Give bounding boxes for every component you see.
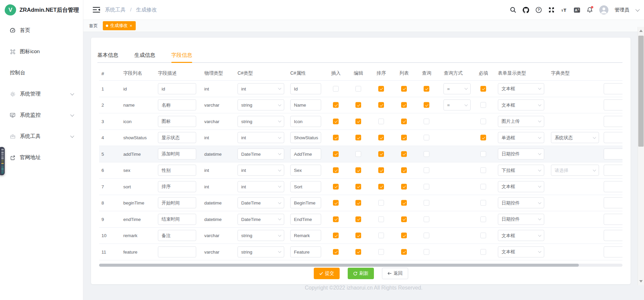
query-checkbox[interactable] [424,200,429,206]
sort-checkbox[interactable] [378,151,384,157]
user-menu-chevron-icon[interactable] [636,7,640,12]
insert-checkbox[interactable] [333,167,339,173]
description-input[interactable]: 备注 [158,230,196,241]
required-checkbox[interactable] [480,102,486,108]
list-checkbox[interactable] [401,151,407,157]
required-checkbox[interactable] [480,118,486,124]
sidebar-item-system-monitor[interactable]: 系统监控 [0,105,83,126]
csharp-property-input[interactable]: Remark [290,230,321,241]
query-checkbox[interactable] [424,249,429,255]
csharp-property-input[interactable]: Icon [290,116,321,127]
list-checkbox[interactable] [401,102,407,108]
display-type-select[interactable]: 日期控件 [498,197,544,209]
extra-input[interactable] [604,132,622,143]
horizontal-scrollbar[interactable] [99,264,622,267]
csharp-type-select[interactable]: int [238,132,284,143]
insert-checkbox[interactable] [333,86,339,91]
help-icon[interactable]: ? [535,7,542,13]
insert-checkbox[interactable] [333,249,339,255]
csharp-property-input[interactable]: Sex [290,165,321,176]
display-type-select[interactable]: 文本框 [498,181,544,192]
insert-checkbox[interactable] [333,102,339,108]
description-input[interactable] [158,246,196,257]
list-checkbox[interactable] [401,135,407,141]
app-logo[interactable]: V ZRAdmin.NET后台管理 [0,0,83,20]
insert-checkbox[interactable] [333,233,339,238]
edit-checkbox[interactable] [355,102,361,108]
description-input[interactable]: 排序 [158,181,196,192]
insert-checkbox[interactable] [333,184,339,189]
required-checkbox[interactable] [480,249,486,255]
required-checkbox[interactable] [480,184,486,189]
csharp-type-select[interactable]: DateTime [238,148,284,159]
edit-checkbox[interactable] [355,200,361,206]
sort-checkbox[interactable] [378,200,384,206]
theme-drawer-handle[interactable] [0,147,5,175]
csharp-property-input[interactable]: Feature [290,246,321,257]
csharp-property-input[interactable]: AddTime [290,148,321,159]
breadcrumb-item[interactable]: 系统工具 [105,7,126,12]
display-type-select[interactable]: 文本框 [498,246,544,257]
list-checkbox[interactable] [401,118,407,124]
query-checkbox[interactable] [424,118,429,124]
sidebar-collapse-icon[interactable] [92,6,101,14]
tab-generate-info[interactable]: 生成信息 [134,49,155,62]
edit-checkbox[interactable] [355,135,361,141]
query-checkbox[interactable] [424,184,429,189]
csharp-property-input[interactable]: Name [290,100,321,111]
insert-checkbox[interactable] [333,118,339,124]
sort-checkbox[interactable] [378,184,384,189]
edit-checkbox[interactable] [355,167,361,173]
required-checkbox[interactable] [480,200,486,206]
sidebar-item-home[interactable]: 首页 [0,20,83,41]
description-input[interactable]: 名称 [158,100,196,111]
display-type-select[interactable]: 日期控件 [498,148,544,159]
description-input[interactable]: id [158,83,196,94]
extra-input[interactable] [604,100,622,111]
insert-checkbox[interactable] [333,200,339,206]
avatar[interactable] [599,5,608,14]
required-checkbox[interactable] [480,216,486,222]
insert-checkbox[interactable] [333,216,339,222]
sidebar-item-console[interactable]: 控制台 [0,62,83,83]
refresh-button[interactable]: 刷新 [348,268,374,279]
display-type-select[interactable]: 下拉框 [498,165,544,176]
csharp-type-select[interactable]: string [238,100,284,111]
csharp-property-input[interactable]: Sort [290,181,321,192]
required-checkbox[interactable] [480,151,486,157]
tab-field-info[interactable]: 字段信息 [171,49,192,62]
tag-close-icon[interactable]: × [130,24,132,28]
required-checkbox[interactable] [480,135,486,141]
csharp-property-input[interactable]: ShowStatus [290,132,321,143]
extra-input[interactable] [604,230,622,241]
tag-active[interactable]: 生成修改 × [103,21,136,30]
query-mode-select[interactable]: = [443,100,471,111]
list-checkbox[interactable] [401,249,407,255]
description-input[interactable]: 开始时间 [158,197,196,209]
edit-checkbox[interactable] [355,151,361,157]
list-checkbox[interactable] [401,184,407,189]
sort-checkbox[interactable] [378,118,384,124]
query-checkbox[interactable] [424,151,429,157]
sort-checkbox[interactable] [378,102,384,108]
display-type-select[interactable]: 单选框 [498,132,544,143]
csharp-type-select[interactable]: DateTime [238,197,284,209]
required-checkbox[interactable] [480,86,486,91]
back-button[interactable]: 返回 [382,268,408,279]
query-checkbox[interactable] [424,135,429,141]
extra-input[interactable] [604,214,622,225]
query-mode-select[interactable]: = [443,83,471,94]
insert-checkbox[interactable] [333,151,339,157]
list-checkbox[interactable] [401,86,407,91]
list-checkbox[interactable] [401,167,407,173]
horizontal-scrollbar-thumb[interactable] [99,264,579,267]
description-input[interactable]: 性别 [158,165,196,176]
display-type-select[interactable]: 文本框 [498,83,544,94]
github-icon[interactable] [523,7,529,13]
edit-checkbox[interactable] [355,184,361,189]
required-checkbox[interactable] [480,233,486,238]
query-checkbox[interactable] [424,86,429,91]
tab-basic-info[interactable]: 基本信息 [97,49,118,62]
display-type-select[interactable]: 文本框 [498,230,544,241]
query-checkbox[interactable] [424,102,429,108]
